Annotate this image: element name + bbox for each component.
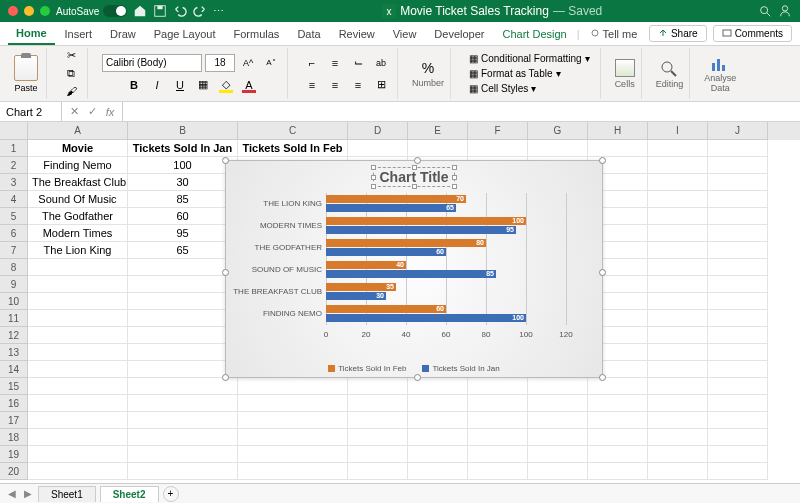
cell[interactable]: 60 — [128, 208, 238, 225]
legend-entry[interactable]: Tickets Sold In Jan — [422, 364, 499, 373]
row-header[interactable]: 4 — [0, 191, 28, 208]
row-header[interactable]: 19 — [0, 446, 28, 463]
tell-me[interactable]: Tell me — [582, 24, 646, 44]
cell[interactable] — [468, 429, 528, 446]
cell[interactable] — [408, 463, 468, 480]
cell[interactable] — [128, 276, 238, 293]
cell[interactable] — [28, 344, 128, 361]
cell[interactable] — [238, 395, 348, 412]
row-header[interactable]: 20 — [0, 463, 28, 480]
cell[interactable] — [708, 225, 768, 242]
tab-page-layout[interactable]: Page Layout — [146, 24, 224, 44]
cell[interactable] — [128, 463, 238, 480]
cell[interactable] — [408, 140, 468, 157]
tab-home[interactable]: Home — [8, 23, 55, 45]
percent-icon[interactable]: % — [422, 60, 434, 76]
row-header[interactable]: 2 — [0, 157, 28, 174]
embedded-chart[interactable]: Chart Title 020406080100120THE LION KING… — [225, 160, 603, 378]
column-header[interactable]: E — [408, 122, 468, 140]
row-header[interactable]: 16 — [0, 395, 28, 412]
cell[interactable] — [528, 378, 588, 395]
enter-formula[interactable]: ✓ — [84, 105, 100, 118]
select-all-corner[interactable] — [0, 122, 28, 140]
cell[interactable] — [648, 293, 708, 310]
cell[interactable] — [588, 395, 648, 412]
analyse-button[interactable]: Analyse Data — [704, 55, 736, 93]
cell[interactable] — [648, 463, 708, 480]
autosave-toggle[interactable]: AutoSave — [56, 5, 127, 17]
column-header[interactable]: D — [348, 122, 408, 140]
cell[interactable] — [28, 361, 128, 378]
cell[interactable] — [708, 446, 768, 463]
font-size-select[interactable] — [205, 54, 235, 72]
cell[interactable] — [648, 276, 708, 293]
cell[interactable]: Sound Of Music — [28, 191, 128, 208]
user-icon[interactable] — [778, 4, 792, 18]
cell[interactable] — [708, 344, 768, 361]
chart-bar[interactable]: 95 — [326, 226, 516, 234]
align-center[interactable]: ≡ — [325, 75, 345, 95]
cell[interactable] — [238, 446, 348, 463]
cell[interactable] — [238, 378, 348, 395]
cell[interactable] — [588, 378, 648, 395]
row-header[interactable]: 14 — [0, 361, 28, 378]
font-name-select[interactable] — [102, 54, 202, 72]
cell-styles[interactable]: ▦ Cell Styles ▾ — [465, 82, 540, 95]
cells-button[interactable]: Cells — [615, 59, 635, 89]
cell[interactable] — [28, 310, 128, 327]
align-right[interactable]: ≡ — [348, 75, 368, 95]
row-header[interactable]: 8 — [0, 259, 28, 276]
chart-bar[interactable]: 100 — [326, 314, 526, 322]
cell[interactable] — [708, 361, 768, 378]
cell[interactable] — [28, 293, 128, 310]
column-header[interactable]: C — [238, 122, 348, 140]
cell[interactable] — [708, 140, 768, 157]
row-header[interactable]: 1 — [0, 140, 28, 157]
tab-formulas[interactable]: Formulas — [226, 24, 288, 44]
cell[interactable] — [708, 191, 768, 208]
cell[interactable] — [708, 259, 768, 276]
cell[interactable] — [528, 140, 588, 157]
cell[interactable] — [348, 378, 408, 395]
cell[interactable] — [708, 395, 768, 412]
cell[interactable]: The Breakfast Club — [28, 174, 128, 191]
cell[interactable]: 95 — [128, 225, 238, 242]
cell[interactable] — [128, 310, 238, 327]
cell[interactable] — [708, 429, 768, 446]
sheet-tab-sheet2[interactable]: Sheet2 — [100, 486, 159, 502]
row-header[interactable]: 11 — [0, 310, 28, 327]
cell[interactable] — [128, 412, 238, 429]
cell[interactable] — [468, 412, 528, 429]
cell[interactable] — [468, 446, 528, 463]
cell[interactable] — [588, 140, 648, 157]
cell[interactable] — [708, 327, 768, 344]
cell[interactable] — [28, 327, 128, 344]
tab-chart-design[interactable]: Chart Design — [495, 24, 575, 44]
cell[interactable] — [528, 446, 588, 463]
cell[interactable] — [28, 429, 128, 446]
cell[interactable] — [708, 293, 768, 310]
align-top[interactable]: ⌐ — [302, 53, 322, 73]
cell[interactable] — [468, 140, 528, 157]
cell[interactable] — [128, 446, 238, 463]
border-button[interactable]: ▦ — [193, 75, 213, 95]
format-as-table[interactable]: ▦ Format as Table ▾ — [465, 67, 565, 80]
paste-button[interactable]: Paste — [12, 53, 40, 95]
plot-area[interactable]: 020406080100120THE LION KING7065MODERN T… — [326, 193, 586, 343]
cell[interactable] — [708, 310, 768, 327]
underline-button[interactable]: U — [170, 75, 190, 95]
cell[interactable] — [708, 157, 768, 174]
column-header[interactable]: H — [588, 122, 648, 140]
chart-title[interactable]: Chart Title — [373, 167, 456, 187]
cell[interactable] — [708, 276, 768, 293]
cell[interactable] — [468, 378, 528, 395]
cell[interactable]: Tickets Sold In Jan — [128, 140, 238, 157]
cell[interactable] — [408, 395, 468, 412]
cell[interactable] — [648, 174, 708, 191]
chart-bar[interactable]: 70 — [326, 195, 466, 203]
column-header[interactable]: G — [528, 122, 588, 140]
tab-view[interactable]: View — [385, 24, 425, 44]
chart-bar[interactable]: 40 — [326, 261, 406, 269]
format-painter[interactable]: 🖌 — [61, 83, 81, 99]
cell[interactable] — [408, 429, 468, 446]
